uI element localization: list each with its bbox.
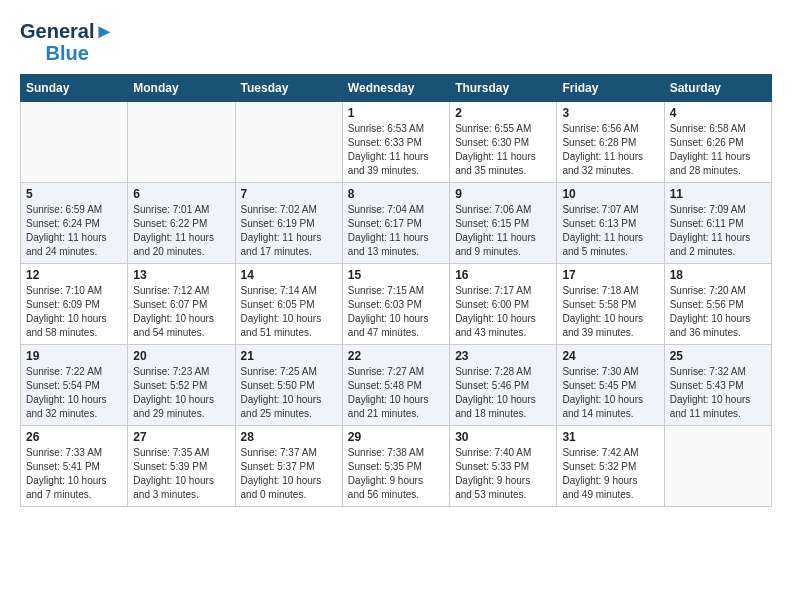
day-info: Sunrise: 7:22 AM Sunset: 5:54 PM Dayligh… xyxy=(26,365,122,421)
day-number: 4 xyxy=(670,106,766,120)
day-info: Sunrise: 7:15 AM Sunset: 6:03 PM Dayligh… xyxy=(348,284,444,340)
calendar-week-row: 12Sunrise: 7:10 AM Sunset: 6:09 PM Dayli… xyxy=(21,264,772,345)
day-number: 27 xyxy=(133,430,229,444)
weekday-header: Friday xyxy=(557,75,664,102)
calendar-cell: 27Sunrise: 7:35 AM Sunset: 5:39 PM Dayli… xyxy=(128,426,235,507)
logo: General► Blue xyxy=(20,20,114,64)
day-info: Sunrise: 6:59 AM Sunset: 6:24 PM Dayligh… xyxy=(26,203,122,259)
day-number: 6 xyxy=(133,187,229,201)
day-number: 14 xyxy=(241,268,337,282)
day-number: 8 xyxy=(348,187,444,201)
calendar-cell: 15Sunrise: 7:15 AM Sunset: 6:03 PM Dayli… xyxy=(342,264,449,345)
day-info: Sunrise: 7:06 AM Sunset: 6:15 PM Dayligh… xyxy=(455,203,551,259)
weekday-header: Saturday xyxy=(664,75,771,102)
day-info: Sunrise: 7:02 AM Sunset: 6:19 PM Dayligh… xyxy=(241,203,337,259)
day-number: 19 xyxy=(26,349,122,363)
calendar-cell: 4Sunrise: 6:58 AM Sunset: 6:26 PM Daylig… xyxy=(664,102,771,183)
day-number: 15 xyxy=(348,268,444,282)
day-info: Sunrise: 7:04 AM Sunset: 6:17 PM Dayligh… xyxy=(348,203,444,259)
day-info: Sunrise: 7:12 AM Sunset: 6:07 PM Dayligh… xyxy=(133,284,229,340)
calendar-cell: 13Sunrise: 7:12 AM Sunset: 6:07 PM Dayli… xyxy=(128,264,235,345)
day-info: Sunrise: 7:37 AM Sunset: 5:37 PM Dayligh… xyxy=(241,446,337,502)
calendar-cell: 28Sunrise: 7:37 AM Sunset: 5:37 PM Dayli… xyxy=(235,426,342,507)
day-info: Sunrise: 7:40 AM Sunset: 5:33 PM Dayligh… xyxy=(455,446,551,502)
day-number: 1 xyxy=(348,106,444,120)
day-number: 2 xyxy=(455,106,551,120)
calendar-table: SundayMondayTuesdayWednesdayThursdayFrid… xyxy=(20,74,772,507)
day-info: Sunrise: 7:10 AM Sunset: 6:09 PM Dayligh… xyxy=(26,284,122,340)
day-number: 13 xyxy=(133,268,229,282)
calendar-cell: 17Sunrise: 7:18 AM Sunset: 5:58 PM Dayli… xyxy=(557,264,664,345)
weekday-header: Wednesday xyxy=(342,75,449,102)
day-info: Sunrise: 7:18 AM Sunset: 5:58 PM Dayligh… xyxy=(562,284,658,340)
calendar-cell: 14Sunrise: 7:14 AM Sunset: 6:05 PM Dayli… xyxy=(235,264,342,345)
day-number: 29 xyxy=(348,430,444,444)
day-info: Sunrise: 6:55 AM Sunset: 6:30 PM Dayligh… xyxy=(455,122,551,178)
calendar-cell xyxy=(664,426,771,507)
calendar-cell: 7Sunrise: 7:02 AM Sunset: 6:19 PM Daylig… xyxy=(235,183,342,264)
weekday-header: Monday xyxy=(128,75,235,102)
calendar-cell: 24Sunrise: 7:30 AM Sunset: 5:45 PM Dayli… xyxy=(557,345,664,426)
weekday-header: Thursday xyxy=(450,75,557,102)
calendar-cell: 12Sunrise: 7:10 AM Sunset: 6:09 PM Dayli… xyxy=(21,264,128,345)
day-info: Sunrise: 7:25 AM Sunset: 5:50 PM Dayligh… xyxy=(241,365,337,421)
calendar-cell xyxy=(128,102,235,183)
calendar-week-row: 26Sunrise: 7:33 AM Sunset: 5:41 PM Dayli… xyxy=(21,426,772,507)
day-number: 23 xyxy=(455,349,551,363)
day-info: Sunrise: 7:27 AM Sunset: 5:48 PM Dayligh… xyxy=(348,365,444,421)
logo-text: General► Blue xyxy=(20,20,114,64)
calendar-cell: 30Sunrise: 7:40 AM Sunset: 5:33 PM Dayli… xyxy=(450,426,557,507)
calendar-cell: 5Sunrise: 6:59 AM Sunset: 6:24 PM Daylig… xyxy=(21,183,128,264)
calendar-cell: 3Sunrise: 6:56 AM Sunset: 6:28 PM Daylig… xyxy=(557,102,664,183)
calendar-cell: 31Sunrise: 7:42 AM Sunset: 5:32 PM Dayli… xyxy=(557,426,664,507)
day-info: Sunrise: 7:28 AM Sunset: 5:46 PM Dayligh… xyxy=(455,365,551,421)
day-number: 30 xyxy=(455,430,551,444)
day-info: Sunrise: 7:42 AM Sunset: 5:32 PM Dayligh… xyxy=(562,446,658,502)
day-number: 5 xyxy=(26,187,122,201)
page-header: General► Blue xyxy=(20,20,772,64)
calendar-cell: 25Sunrise: 7:32 AM Sunset: 5:43 PM Dayli… xyxy=(664,345,771,426)
calendar-cell: 16Sunrise: 7:17 AM Sunset: 6:00 PM Dayli… xyxy=(450,264,557,345)
day-number: 25 xyxy=(670,349,766,363)
day-number: 26 xyxy=(26,430,122,444)
calendar-week-row: 1Sunrise: 6:53 AM Sunset: 6:33 PM Daylig… xyxy=(21,102,772,183)
calendar-cell: 20Sunrise: 7:23 AM Sunset: 5:52 PM Dayli… xyxy=(128,345,235,426)
day-number: 18 xyxy=(670,268,766,282)
calendar-cell: 2Sunrise: 6:55 AM Sunset: 6:30 PM Daylig… xyxy=(450,102,557,183)
weekday-header: Tuesday xyxy=(235,75,342,102)
day-info: Sunrise: 7:32 AM Sunset: 5:43 PM Dayligh… xyxy=(670,365,766,421)
day-number: 11 xyxy=(670,187,766,201)
calendar-week-row: 19Sunrise: 7:22 AM Sunset: 5:54 PM Dayli… xyxy=(21,345,772,426)
calendar-cell: 8Sunrise: 7:04 AM Sunset: 6:17 PM Daylig… xyxy=(342,183,449,264)
calendar-cell: 29Sunrise: 7:38 AM Sunset: 5:35 PM Dayli… xyxy=(342,426,449,507)
calendar-cell: 23Sunrise: 7:28 AM Sunset: 5:46 PM Dayli… xyxy=(450,345,557,426)
day-number: 3 xyxy=(562,106,658,120)
day-info: Sunrise: 7:01 AM Sunset: 6:22 PM Dayligh… xyxy=(133,203,229,259)
calendar-cell: 11Sunrise: 7:09 AM Sunset: 6:11 PM Dayli… xyxy=(664,183,771,264)
day-info: Sunrise: 7:33 AM Sunset: 5:41 PM Dayligh… xyxy=(26,446,122,502)
day-info: Sunrise: 7:17 AM Sunset: 6:00 PM Dayligh… xyxy=(455,284,551,340)
calendar-cell: 21Sunrise: 7:25 AM Sunset: 5:50 PM Dayli… xyxy=(235,345,342,426)
day-info: Sunrise: 7:14 AM Sunset: 6:05 PM Dayligh… xyxy=(241,284,337,340)
day-info: Sunrise: 7:09 AM Sunset: 6:11 PM Dayligh… xyxy=(670,203,766,259)
calendar-cell: 6Sunrise: 7:01 AM Sunset: 6:22 PM Daylig… xyxy=(128,183,235,264)
day-number: 24 xyxy=(562,349,658,363)
day-info: Sunrise: 7:07 AM Sunset: 6:13 PM Dayligh… xyxy=(562,203,658,259)
day-info: Sunrise: 6:56 AM Sunset: 6:28 PM Dayligh… xyxy=(562,122,658,178)
day-number: 10 xyxy=(562,187,658,201)
day-number: 16 xyxy=(455,268,551,282)
calendar-cell: 10Sunrise: 7:07 AM Sunset: 6:13 PM Dayli… xyxy=(557,183,664,264)
day-info: Sunrise: 6:58 AM Sunset: 6:26 PM Dayligh… xyxy=(670,122,766,178)
weekday-header-row: SundayMondayTuesdayWednesdayThursdayFrid… xyxy=(21,75,772,102)
day-info: Sunrise: 7:20 AM Sunset: 5:56 PM Dayligh… xyxy=(670,284,766,340)
calendar-cell: 1Sunrise: 6:53 AM Sunset: 6:33 PM Daylig… xyxy=(342,102,449,183)
day-number: 21 xyxy=(241,349,337,363)
day-number: 31 xyxy=(562,430,658,444)
day-info: Sunrise: 7:23 AM Sunset: 5:52 PM Dayligh… xyxy=(133,365,229,421)
calendar-cell xyxy=(235,102,342,183)
day-number: 17 xyxy=(562,268,658,282)
day-number: 20 xyxy=(133,349,229,363)
calendar-cell: 18Sunrise: 7:20 AM Sunset: 5:56 PM Dayli… xyxy=(664,264,771,345)
calendar-cell xyxy=(21,102,128,183)
calendar-cell: 22Sunrise: 7:27 AM Sunset: 5:48 PM Dayli… xyxy=(342,345,449,426)
